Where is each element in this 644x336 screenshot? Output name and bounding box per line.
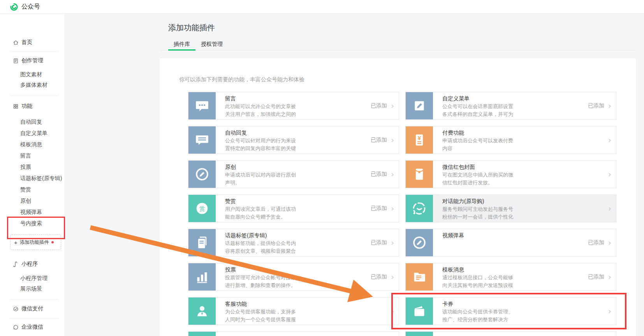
sidebar-item-label: 企业微信 <box>21 324 43 331</box>
plugin-card[interactable] <box>188 331 399 336</box>
plugin-icon <box>188 263 216 290</box>
sidebar-subitem[interactable]: 自定义菜单 <box>20 130 48 137</box>
plugin-card[interactable]: 话题标签(原专辑) 话题标签功能，提供给公众号内容将原创文章、视频和音频聚合 已… <box>188 229 399 257</box>
sidebar-divider <box>10 299 58 299</box>
plugin-title: 付费功能 <box>442 129 604 136</box>
tab-bar-divider <box>160 50 636 51</box>
sidebar-subitem[interactable]: 留言 <box>20 152 31 159</box>
plugin-icon <box>188 92 216 119</box>
plugin-icon <box>406 126 433 154</box>
plugin-description: 通过模板消息接口，公众号能够向关注其账号的用户发送预设模 <box>442 274 588 289</box>
plugin-text: 留言 此功能可以允许公众号的文章被关注用户留言，加强彼此之间的 <box>216 92 371 119</box>
plugin-card[interactable]: 原创 申请成功后可以对内容进行原创声明。 已添加 › <box>188 160 399 188</box>
plugin-card[interactable]: 付费功能 申请成功后公众号可以发表付费内容 › <box>405 126 616 154</box>
wechat-official-account-console: 公众号 首页 创作管理 图文素材多媒体素材 功能 自动回复自定义菜单模板消息留言… <box>0 0 644 336</box>
plugin-icon <box>188 161 216 188</box>
plugin-card[interactable] <box>405 331 616 336</box>
sidebar-subitem-label: 自动回复 <box>20 119 42 125</box>
plugin-status: 已添加 › <box>371 229 399 256</box>
sidebar-subitem[interactable]: 号内搜索 <box>20 220 42 227</box>
sidebar-item[interactable]: 企业微信 <box>13 324 43 331</box>
plugin-status: 已添加 › <box>371 92 399 119</box>
wechat-pay-icon <box>13 306 19 312</box>
sidebar-item[interactable]: 创作管理 <box>13 57 43 64</box>
plugin-icon <box>188 126 216 154</box>
plugin-description: 申请成功后可以对内容进行原创声明。 <box>225 171 371 187</box>
plugin-text: 付费功能 申请成功后公众号可以发表付费内容 <box>433 126 604 154</box>
plugin-status: 已添加 › <box>588 229 616 256</box>
sidebar-subitem[interactable]: 多媒体素材 <box>20 82 48 89</box>
sidebar-subitem[interactable]: 图文素材 <box>20 71 42 78</box>
plugin-title: 留言 <box>225 95 371 102</box>
doc-icon <box>13 58 19 64</box>
sidebar-divider <box>10 96 58 96</box>
chevron-right-icon: › <box>608 136 611 144</box>
added-badge: 已添加 <box>588 102 604 109</box>
sidebar-item-label: 功能 <box>21 103 32 110</box>
brand-title: 公众号 <box>21 3 40 11</box>
plugin-title: 微信红包封面 <box>442 163 604 170</box>
sidebar-item[interactable]: 功能 <box>13 103 32 110</box>
sidebar-subitem[interactable]: 自动回复 <box>20 119 42 126</box>
sidebar-subitem[interactable]: 展示场景 <box>20 285 42 292</box>
sidebar-add-plugin-button[interactable]: + 添加功能插件 <box>10 234 61 250</box>
sidebar-subitem[interactable]: 视频弹幕 <box>20 209 42 216</box>
page-title: 添加功能插件 <box>168 23 215 33</box>
plugin-card[interactable]: 对话能力(原导购) 服务号顾问可主动发起与服务号粉丝的一对一会话，提供个性化 › <box>405 194 616 222</box>
sidebar-item[interactable]: 微信支付 <box>13 305 43 312</box>
sidebar-divider <box>10 51 58 52</box>
plugin-status: 已添加 › <box>371 263 399 290</box>
sidebar-subitem[interactable]: 原创 <box>20 198 31 205</box>
plugin-title: 话题标签(原专辑) <box>225 232 371 239</box>
chevron-right-icon: › <box>608 102 611 110</box>
sidebar-subitem[interactable]: 赞赏 <box>20 186 31 193</box>
sidebar-subitem-label: 号内搜索 <box>20 220 42 226</box>
plugin-icon <box>406 229 433 256</box>
plugin-title: 原创 <box>225 163 371 170</box>
sidebar-subitem[interactable]: 模板消息 <box>20 141 42 148</box>
plugin-status: › <box>387 298 399 325</box>
plugin-status: › <box>604 161 616 188</box>
sidebar-subitem-label: 多媒体素材 <box>20 82 48 88</box>
sidebar-subitem[interactable]: 小程序管理 <box>20 275 48 282</box>
sidebar-subitem-label: 模板消息 <box>20 141 42 147</box>
sidebar-item[interactable]: 小程序 <box>13 261 38 268</box>
plugin-text: 自定义菜单 公众号可以在会话界面底部设置各式各样的自定义菜单，并可为 <box>433 92 588 119</box>
plugin-card[interactable]: 留言 此功能可以允许公众号的文章被关注用户留言，加强彼此之间的 已添加 › <box>188 92 399 120</box>
chevron-right-icon: › <box>608 273 611 281</box>
sidebar-subitem-label: 原创 <box>20 198 31 204</box>
plugin-text: 客服功能 为公众号提供客服功能，支持多人同时为一个公众号提供客服服 <box>216 298 387 325</box>
chevron-right-icon: › <box>608 205 611 212</box>
plugin-card[interactable]: 卡券 该功能向公众号提供卡券管理、推广、经营分析的整套解决方 › <box>405 297 616 325</box>
sidebar-divider <box>10 318 58 318</box>
sidebar-item[interactable]: 首页 <box>13 39 32 46</box>
plugin-text: 对话能力(原导购) 服务号顾问可主动发起与服务号粉丝的一对一会话，提供个性化 <box>433 195 604 222</box>
tab-plugin-library[interactable]: 插件库 <box>168 40 195 51</box>
plugin-description: 申请成功后公众号可以发表付费内容 <box>442 137 604 152</box>
plugin-description: 用户阅读完文章后，可通过该功能自愿向公众号赠予赏金。 <box>225 205 371 221</box>
chevron-right-icon: › <box>391 102 394 110</box>
sidebar-subitem[interactable]: 话题标签(原专辑) <box>20 175 62 182</box>
intro-text: 你可以添加下列需要的功能，丰富公众号能力和体验 <box>179 76 304 83</box>
plugin-card[interactable]: 赞赏 用户阅读完文章后，可通过该功能自愿向公众号赠予赏金。 已添加 › <box>188 194 399 222</box>
plugin-card[interactable]: 微信红包封面 可在图文消息中插入所购买的微信红包封面进行发放。 › <box>405 160 616 188</box>
tab-authorization-management[interactable]: 授权管理 <box>195 40 228 51</box>
plugin-card[interactable]: 自定义菜单 公众号可以在会话界面底部设置各式各样的自定义菜单，并可为 已添加 › <box>405 92 616 120</box>
plugin-status: › <box>604 126 616 154</box>
plugin-status: 已添加 › <box>371 195 399 222</box>
plugin-card[interactable]: 视频弹幕 已添加 › <box>405 229 616 257</box>
plugin-card[interactable]: 客服功能 为公众号提供客服功能，支持多人同时为一个公众号提供客服服 › <box>188 297 399 325</box>
plugin-card[interactable]: 模板消息 通过模板消息接口，公众号能够向关注其账号的用户发送预设模 已添加 › <box>405 263 616 291</box>
plugin-card[interactable]: 自动回复 公众号可以针对用户的行为来设置特定的回复内容和丰富的关键 已添加 › <box>188 126 399 154</box>
sidebar-subitem[interactable]: 投票 <box>20 164 31 171</box>
plugin-description <box>442 240 588 247</box>
added-badge: 已添加 <box>371 171 387 178</box>
added-badge: 已添加 <box>371 239 387 246</box>
chevron-right-icon: › <box>391 205 394 212</box>
sidebar-item-label: 微信支付 <box>21 305 43 312</box>
plugin-icon <box>188 298 216 325</box>
plugin-card[interactable]: 投票 投票管理可允许公众帐号对投票进行新增、删除和查看的操作。 已添加 › <box>188 263 399 291</box>
plugin-title: 视频弹幕 <box>442 232 588 239</box>
plugin-status: 已添加 › <box>588 92 616 119</box>
sidebar-subitem-label: 留言 <box>20 152 31 159</box>
